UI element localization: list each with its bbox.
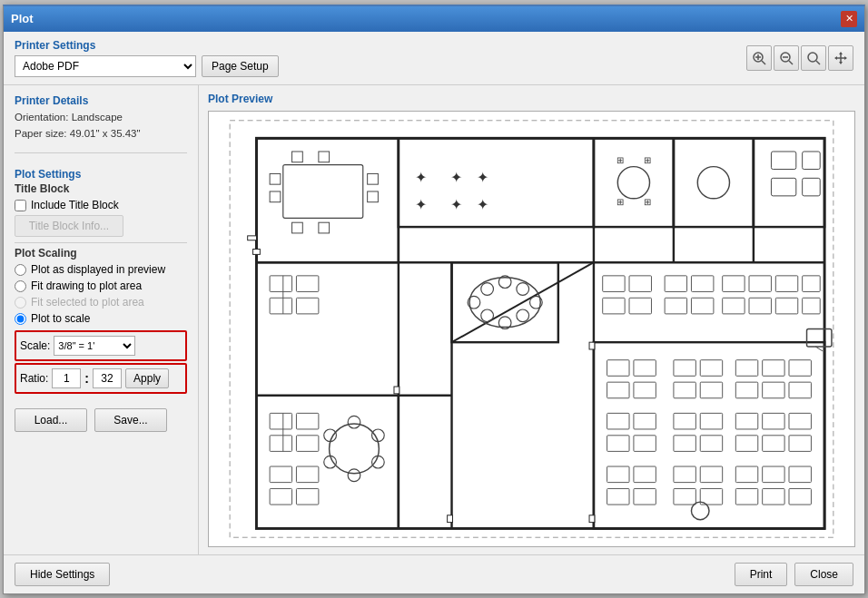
printer-details-section: Printer Details Orientation: Landscape P… — [15, 94, 187, 142]
ratio-separator: : — [84, 371, 89, 386]
print-button[interactable]: Print — [735, 563, 788, 586]
page-setup-button[interactable]: Page Setup — [202, 55, 279, 77]
radio-fit-selected-input — [15, 297, 26, 309]
orientation-row: Orientation: Landscape — [15, 109, 187, 125]
zoom-fit-icon — [806, 51, 821, 65]
svg-text:✦: ✦ — [415, 196, 427, 211]
save-button[interactable]: Save... — [94, 408, 167, 432]
svg-text:⊞: ⊞ — [616, 154, 624, 164]
radio-displayed-label: Plot as displayed in preview — [31, 263, 165, 276]
floor-plan-svg: ✦ ✦ ✦ ✦ ✦ ✦ ⊞ ⊞ ⊞ ⊞ — [209, 112, 854, 546]
radio-fit-drawing-input[interactable] — [15, 280, 26, 292]
zoom-in-icon — [752, 51, 766, 65]
svg-marker-12 — [839, 62, 843, 64]
dialog-title: Plot — [11, 12, 34, 25]
printer-row: Adobe PDF Microsoft Print to PDF None Pa… — [15, 55, 279, 77]
toolbar-icons — [746, 45, 853, 71]
svg-rect-154 — [448, 515, 453, 522]
title-block-area: Include Title Block Title Block Info... — [15, 199, 187, 237]
hide-settings-button[interactable]: Hide Settings — [15, 563, 110, 586]
paper-size-label: Paper size: — [15, 128, 67, 139]
svg-rect-153 — [589, 342, 595, 349]
svg-text:✦: ✦ — [477, 196, 488, 211]
scale-select[interactable]: 3/8" = 1' 1/4" = 1' 1/2" = 1' 1" = 1' 1"… — [54, 336, 135, 356]
scale-label: Scale: — [20, 339, 50, 352]
radio-fit-drawing-label: Fit drawing to plot area — [31, 279, 142, 292]
title-block-info-button: Title Block Info... — [15, 215, 123, 237]
close-icon[interactable]: ✕ — [841, 11, 857, 27]
ratio-denominator-input[interactable] — [93, 368, 122, 388]
radio-plot-to-scale-input[interactable] — [15, 313, 26, 325]
radio-fit-drawing: Fit drawing to plot area — [15, 279, 187, 292]
radio-fit-selected: Fit selected to plot area — [15, 296, 187, 309]
svg-rect-60 — [248, 235, 257, 240]
top-section: Printer Settings Adobe PDF Microsoft Pri… — [4, 32, 864, 85]
svg-rect-151 — [394, 387, 399, 394]
pan-button[interactable] — [828, 45, 853, 71]
svg-text:⊞: ⊞ — [644, 196, 651, 206]
zoom-out-button[interactable] — [774, 45, 799, 71]
include-title-block-label: Include Title Block — [31, 199, 119, 211]
svg-rect-150 — [253, 249, 261, 254]
plot-preview-title: Plot Preview — [208, 93, 855, 105]
ratio-numerator-input[interactable] — [52, 368, 81, 388]
radio-fit-selected-label: Fit selected to plot area — [31, 296, 144, 309]
paper-size-row: Paper size: 49.01" x 35.43" — [15, 125, 187, 142]
zoom-in-button[interactable] — [746, 45, 772, 71]
svg-line-8 — [816, 61, 820, 64]
radio-displayed: Plot as displayed in preview — [15, 263, 187, 276]
svg-line-1 — [762, 61, 765, 64]
svg-point-7 — [808, 53, 817, 62]
divider-1 — [15, 152, 187, 153]
orientation-value: Landscape — [72, 112, 123, 123]
plot-dialog: Plot ✕ Printer Settings Adobe PDF Micros… — [3, 5, 865, 594]
include-title-block-checkbox[interactable] — [15, 200, 26, 211]
svg-marker-13 — [834, 56, 837, 60]
svg-text:✦: ✦ — [477, 170, 488, 185]
pan-icon — [833, 51, 848, 65]
divider-2 — [15, 242, 187, 243]
left-panel: Printer Details Orientation: Landscape P… — [4, 85, 199, 554]
svg-text:✦: ✦ — [450, 170, 462, 185]
plot-scaling-section: Plot Scaling Plot as displayed in previe… — [15, 247, 187, 394]
plot-settings-section: Plot Settings Title Block Include Title … — [15, 168, 187, 394]
svg-marker-14 — [844, 56, 847, 60]
plot-scaling-subtitle: Plot Scaling — [15, 247, 187, 260]
main-content: Printer Details Orientation: Landscape P… — [4, 85, 864, 554]
apply-button[interactable]: Apply — [125, 368, 169, 388]
svg-text:⊞: ⊞ — [616, 196, 624, 206]
scale-row: Scale: 3/8" = 1' 1/4" = 1' 1/2" = 1' 1" … — [15, 330, 187, 361]
include-title-block-row: Include Title Block — [15, 199, 187, 211]
load-button[interactable]: Load... — [15, 408, 87, 432]
svg-text:✦: ✦ — [415, 170, 427, 185]
bottom-bar: Hide Settings Print Close — [4, 554, 864, 593]
svg-text:✦: ✦ — [450, 196, 462, 211]
load-save-row: Load... Save... — [15, 408, 187, 432]
svg-text:⊞: ⊞ — [644, 154, 651, 164]
bottom-right-buttons: Print Close — [735, 563, 853, 586]
ratio-label: Ratio: — [20, 372, 48, 385]
radio-plot-to-scale: Plot to scale — [15, 312, 187, 325]
svg-marker-11 — [839, 52, 843, 54]
printer-select[interactable]: Adobe PDF Microsoft Print to PDF None — [15, 55, 196, 77]
zoom-out-icon — [779, 51, 794, 65]
dialog-body: Printer Settings Adobe PDF Microsoft Pri… — [4, 32, 864, 593]
printer-details-content: Orientation: Landscape Paper size: 49.01… — [15, 109, 187, 142]
svg-rect-152 — [589, 515, 595, 522]
ratio-row: Ratio: : Apply — [15, 363, 187, 394]
title-block-subtitle: Title Block — [15, 182, 187, 195]
orientation-label: Orientation: — [15, 112, 68, 123]
preview-area: ✦ ✦ ✦ ✦ ✦ ✦ ⊞ ⊞ ⊞ ⊞ — [208, 111, 855, 547]
plot-settings-title: Plot Settings — [15, 168, 187, 181]
paper-size-value: 49.01" x 35.43" — [70, 128, 141, 139]
printer-settings-title: Printer Settings — [15, 39, 279, 52]
right-panel: Plot Preview — [199, 85, 864, 554]
printer-settings-group: Printer Settings Adobe PDF Microsoft Pri… — [15, 39, 279, 77]
printer-details-title: Printer Details — [15, 94, 187, 107]
svg-line-5 — [789, 61, 793, 64]
radio-plot-to-scale-label: Plot to scale — [31, 312, 90, 325]
title-bar: Plot ✕ — [4, 6, 864, 32]
dialog-close-button[interactable]: Close — [794, 563, 853, 586]
zoom-fit-button[interactable] — [801, 45, 826, 71]
radio-displayed-input[interactable] — [15, 264, 26, 276]
